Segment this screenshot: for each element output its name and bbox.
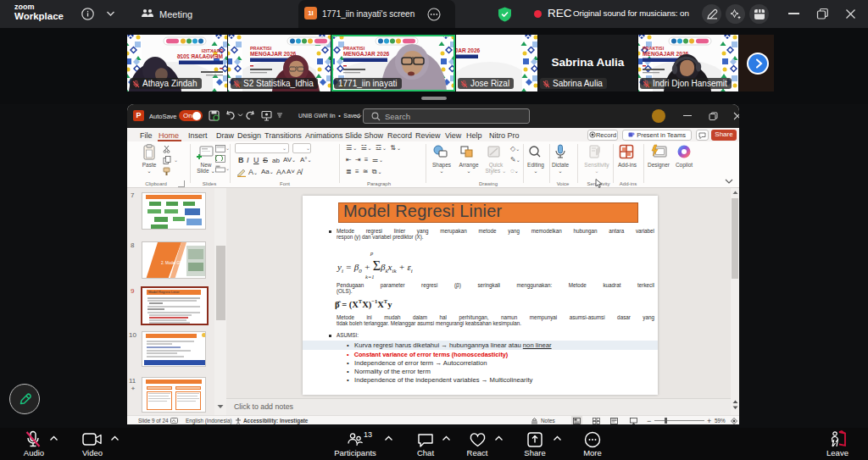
svg-text:2. Model GWR: 2. Model GWR xyxy=(161,261,186,265)
